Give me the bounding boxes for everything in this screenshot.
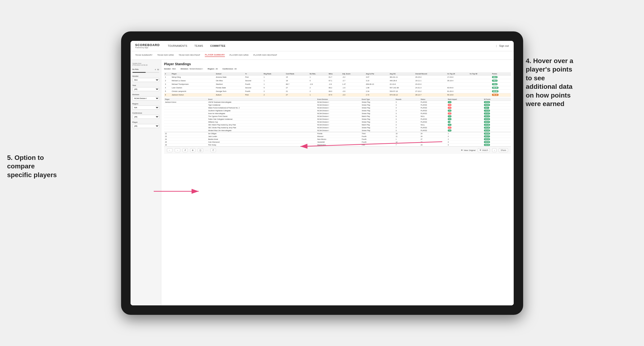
add-button[interactable]: ⊕	[190, 148, 195, 152]
app-title: SCOREBOARD	[135, 43, 160, 47]
filter-division-value: NCAA Division I	[190, 68, 203, 70]
nav-divider: ·|	[496, 45, 497, 47]
hover-table-row: Fallen Oak Collegiate Invitational NCAA …	[164, 118, 511, 120]
filter-division-label: Division:	[181, 68, 189, 70]
no-rds-label: No Rds.	[132, 68, 139, 70]
col-yr: Yr	[244, 72, 263, 76]
hover-table-row: SEC Stroke Play hosted by Jerry Pate NCA…	[164, 126, 511, 129]
col-vs-top50: Vs Top 50	[469, 72, 491, 76]
annotation-right: 4. Hover over aplayer's pointsto seeaddi…	[526, 57, 632, 108]
hover-table-row: Mirabel Maui Jim Intercollegiate NCAA Di…	[164, 129, 511, 132]
sidebar: Update time: 27/01/2024 16:56:26 No Rds.…	[130, 60, 161, 305]
layout-button[interactable]: ◫	[198, 148, 203, 152]
sub-nav: TEAM SUMMARY TEAM H2H GRID TEAM H2H HEAT…	[130, 51, 514, 60]
subnav-team-summary[interactable]: TEAM SUMMARY	[135, 54, 152, 57]
conference-select[interactable]: (All)	[132, 115, 159, 119]
table-header-row: # Player School Yr Reg Rank Conf Rank No…	[164, 72, 511, 76]
table-row[interactable]: 3 Michael Thorbjornsen Stanford Fourth 1…	[164, 82, 511, 86]
update-time-label: Update time:	[132, 63, 159, 64]
hover-table-section: Player Event Event Division Event Type R…	[164, 98, 511, 147]
sign-out-link[interactable]: Sign out	[499, 45, 509, 47]
table-row[interactable]: 2 Michael La Sasso Ole Miss Second 1 18 …	[164, 79, 511, 82]
hover-table-row: Williams Cup NCAA Division I Stroke Play…	[164, 120, 511, 123]
col-player: Player	[171, 72, 215, 76]
download-button[interactable]: ↓	[492, 148, 497, 152]
year-select[interactable]: (All) 2023 2022	[132, 87, 159, 91]
subnav-team-h2h-grid[interactable]: TEAM H2H GRID	[157, 54, 174, 57]
table-area: Player Standings Gender: Men Division: N…	[161, 60, 514, 305]
col-conf-rank: Conf Rank	[285, 72, 309, 76]
tablet-device: SCOREBOARD Powered by clippi TOURNAMENTS…	[121, 31, 523, 315]
view-selector[interactable]: 👁 View: Original	[461, 149, 475, 151]
standings-title: Player Standings	[164, 62, 511, 66]
filter-region-label: Region:	[208, 68, 215, 70]
watch-button[interactable]: 👁 Watch	[478, 148, 490, 152]
subnav-player-h2h-grid[interactable]: PLAYER H2H GRID	[230, 54, 248, 57]
hover-table-row: SEC Match Play hosted by Jerry Pate NCAA…	[164, 123, 511, 126]
filter-conference-label: Conference:	[222, 68, 234, 70]
sidebar-gender: Gender Men Women All	[132, 75, 159, 82]
hover-table-row: 22 Ian Gilligan Florida Third 10 24 1 48…	[164, 132, 511, 135]
annotation-left: 5. Option tocomparespecific players	[7, 154, 90, 179]
col-avg-sg: Avg SG	[389, 72, 414, 76]
conference-label: Conference	[132, 112, 159, 114]
table-row[interactable]: 5 Christo Lamprecht Georgia Tech Fourth …	[164, 90, 511, 93]
update-time: Update time: 27/01/2024 16:56:26	[132, 63, 159, 66]
table-row-hovered[interactable]: 6 Jackson Koirun Auburn First 2 27 1 87.…	[164, 93, 511, 97]
sidebar-no-rds: No Rds. 4 52	[132, 68, 159, 73]
no-rds-slider[interactable]	[132, 72, 159, 73]
filter-gender-value: Men	[172, 68, 176, 70]
hover-table-row: Jackson Koirun UNCW Seahawk Intercollegi…	[164, 101, 511, 103]
gender-label: Gender	[132, 75, 159, 77]
main-content: Update time: 27/01/2024 16:56:26 No Rds.…	[130, 60, 514, 305]
app-subtitle: Powered by clippi	[135, 47, 161, 48]
filter-region-value: All	[216, 68, 218, 70]
sidebar-year: Year (All) 2023 2022	[132, 84, 159, 91]
player-select[interactable]: (All)	[132, 124, 159, 128]
refresh-button[interactable]: ↺	[182, 148, 188, 152]
gender-select[interactable]: Men Women All	[132, 78, 159, 82]
col-overall: Overall Record	[414, 72, 446, 76]
filter-division: Division: NCAA Division I	[181, 68, 203, 70]
filter-gender-label: Gender:	[164, 68, 172, 70]
region-select[interactable]: N/A	[132, 106, 159, 110]
view-label: View: Original	[464, 149, 475, 151]
top-nav: SCOREBOARD Powered by clippi TOURNAMENTS…	[130, 41, 514, 51]
undo-button[interactable]: ←	[167, 148, 172, 152]
hover-table-row: Southern Highlands Collegiate NCAA Divis…	[164, 109, 511, 112]
nav-right: ·| Sign out	[496, 45, 509, 47]
sidebar-division: Division NCAA Division I NCAA Division I…	[132, 94, 159, 100]
nav-committee[interactable]: COMMITTEE	[210, 45, 226, 47]
tablet-screen: SCOREBOARD Powered by clippi TOURNAMENTS…	[130, 41, 514, 305]
logo: SCOREBOARD Powered by clippi	[135, 43, 161, 48]
hover-table-row: Tiger Invitational NCAA Division I Strok…	[164, 103, 511, 106]
filter-conference: Conference: All	[222, 68, 237, 70]
nav-tournaments[interactable]: TOURNAMENTS	[168, 45, 187, 47]
col-adj-score: Adj. Score	[341, 72, 365, 76]
hover-table-row: 25 Cole Sherwood Vanderbilt Fourth 12 24…	[164, 141, 511, 143]
hover-table-row: 24 Bastien Amat New Mexico Fourth 1 27 2…	[164, 138, 511, 141]
no-rds-min: 4	[155, 69, 156, 70]
region-label: Region	[132, 103, 159, 105]
sidebar-conference: Conference (All)	[132, 112, 159, 119]
subnav-player-summary[interactable]: PLAYER SUMMARY	[205, 54, 225, 57]
filter-conference-value: All	[234, 68, 236, 70]
share-button[interactable]: Share	[499, 148, 508, 152]
hover-table-row: 23 Jack Lundin Missouri Fourth 11 24 0 4…	[164, 135, 511, 138]
nav-teams[interactable]: TEAMS	[194, 45, 203, 47]
division-select[interactable]: NCAA Division I NCAA Division II	[132, 96, 159, 100]
year-label: Year	[132, 84, 159, 86]
col-school: School	[215, 72, 244, 76]
table-row[interactable]: 1 Wenyi Ding Arizona State First 1 15 1 …	[164, 75, 511, 79]
table-row[interactable]: 4 Luke Clanton Florida State Second 5 27…	[164, 86, 511, 90]
filter-region: Region: All	[208, 68, 218, 70]
hover-detail-table: Player Event Event Division Event Type R…	[164, 98, 511, 147]
filter-row: Gender: Men Division: NCAA Division I Re…	[164, 68, 511, 70]
division-label: Division	[132, 94, 159, 96]
subnav-player-h2h-heatmap[interactable]: PLAYER H2H HEATMAP	[253, 54, 277, 57]
col-avg-par: Avg to-Par	[365, 72, 389, 76]
subnav-team-h2h-heatmap[interactable]: TEAM H2H HEATMAP	[178, 54, 200, 57]
timer-button[interactable]: ⏱	[210, 148, 216, 152]
redo-button[interactable]: →	[175, 148, 180, 152]
player-label: Player	[132, 121, 159, 123]
